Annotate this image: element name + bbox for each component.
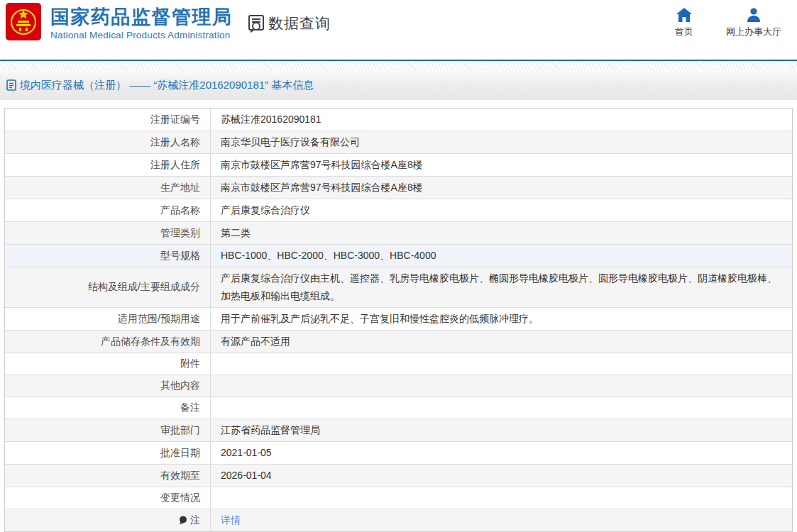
nav-service-hall-label: 网上办事大厅 <box>726 26 781 38</box>
table-row-note: 注 详情 <box>5 509 792 531</box>
row-label: 注 <box>5 509 210 531</box>
table-row: 产品名称 产后康复综合治疗仪 <box>5 199 792 222</box>
row-value: 南京市鼓楼区芦席营97号科技园综合楼A座8楼 <box>210 154 792 176</box>
row-value: 产后康复综合治疗仪由主机、遥控器、乳房导电橡胶电极片、椭圆形导电橡胶电极片、圆形… <box>210 267 792 307</box>
row-value: 用于产前催乳及产后泌乳不足、子宫复旧和慢性盆腔炎的低频脉冲理疗。 <box>210 308 792 330</box>
row-value: HBC-1000、HBC-2000、HBC-3000、HBC-4000 <box>210 245 792 267</box>
row-label: 型号规格 <box>5 245 210 267</box>
table-row: 注册人名称 南京华贝电子医疗设备有限公司 <box>5 131 792 154</box>
table-row: 有效期至 2026-01-04 <box>5 465 792 487</box>
breadcrumb-bar: 境内医疗器械（注册） —— “苏械注准20162090181” 基本信息 <box>0 70 797 100</box>
data-query-link[interactable]: 数据查询 <box>246 13 331 33</box>
breadcrumb-text: 境内医疗器械（注册） —— “苏械注准20162090181” 基本信息 <box>20 79 314 92</box>
nav-home[interactable]: 首页 <box>675 8 693 38</box>
row-value <box>210 353 792 375</box>
page-header: 国家药品监督管理局 National Medical Products Admi… <box>0 0 797 60</box>
home-icon <box>676 8 692 22</box>
table-row: 批准日期 2021-01-05 <box>5 442 792 465</box>
row-value: 南京华贝电子医疗设备有限公司 <box>210 131 792 153</box>
row-label: 适用范围/预期用途 <box>5 308 210 330</box>
row-label: 其他内容 <box>5 375 210 397</box>
nmpa-logo[interactable]: 国家药品监督管理局 National Medical Products Admi… <box>6 3 233 40</box>
row-value: 苏械注准20162090181 <box>210 109 792 131</box>
table-row: 审批部门 江苏省药品监督管理局 <box>5 419 792 442</box>
table-row: 附件 <box>5 353 792 375</box>
row-value: 南京市鼓楼区芦席营97号科技园综合楼A座8楼 <box>210 177 792 199</box>
row-label: 审批部门 <box>5 419 210 441</box>
row-label: 备注 <box>5 397 210 419</box>
table-row: 产品储存条件及有效期 有源产品不适用 <box>5 331 792 353</box>
org-name-cn: 国家药品监督管理局 <box>50 6 233 28</box>
row-value: 第二类 <box>210 222 792 244</box>
table-row: 管理类别 第二类 <box>5 222 792 245</box>
user-icon <box>746 8 762 22</box>
nav-home-label: 首页 <box>675 26 693 38</box>
row-value: 2021-01-05 <box>210 442 792 464</box>
row-value: 有源产品不适用 <box>210 331 792 353</box>
row-label: 注册证编号 <box>5 109 210 131</box>
table-row: 其他内容 <box>5 375 792 397</box>
note-label: 注 <box>190 514 200 527</box>
row-label: 附件 <box>5 353 210 375</box>
row-label: 变更情况 <box>5 487 210 509</box>
hatched-band <box>0 61 797 70</box>
data-query-label: 数据查询 <box>268 13 331 33</box>
nav-service-hall[interactable]: 网上办事大厅 <box>726 8 781 38</box>
row-value <box>210 375 792 397</box>
data-query-icon <box>246 13 266 33</box>
table-row: 注册证编号 苏械注准20162090181 <box>5 109 792 131</box>
row-label: 注册人名称 <box>5 131 210 153</box>
comment-balloon-icon <box>179 516 187 525</box>
table-row-hovered: 型号规格 HBC-1000、HBC-2000、HBC-3000、HBC-4000 <box>5 245 792 267</box>
table-row: 结构及组成/主要组成成分 产后康复综合治疗仪由主机、遥控器、乳房导电橡胶电极片、… <box>5 267 792 308</box>
row-label: 结构及组成/主要组成成分 <box>5 267 210 307</box>
document-icon <box>6 79 16 91</box>
national-emblem-icon <box>6 3 41 40</box>
table-row: 生产地址 南京市鼓楼区芦席营97号科技园综合楼A座8楼 <box>5 177 792 199</box>
table-row: 备注 <box>5 397 792 419</box>
row-label: 有效期至 <box>5 465 210 487</box>
details-link[interactable]: 详情 <box>221 511 241 529</box>
registration-info-table: 注册证编号 苏械注准20162090181 注册人名称 南京华贝电子医疗设备有限… <box>4 108 793 532</box>
row-value: 江苏省药品监督管理局 <box>210 419 792 441</box>
row-label: 产品储存条件及有效期 <box>5 331 210 353</box>
row-value <box>210 487 792 509</box>
org-name-en: National Medical Products Administration <box>50 30 233 40</box>
row-value <box>210 397 792 419</box>
row-label: 注册人住所 <box>5 154 210 176</box>
header-nav: 首页 网上办事大厅 <box>675 8 781 38</box>
table-row: 适用范围/预期用途 用于产前催乳及产后泌乳不足、子宫复旧和慢性盆腔炎的低频脉冲理… <box>5 308 792 331</box>
row-label: 管理类别 <box>5 222 210 244</box>
row-value: 2026-01-04 <box>210 465 792 487</box>
row-value: 产后康复综合治疗仪 <box>210 199 792 221</box>
row-label: 批准日期 <box>5 442 210 464</box>
row-label: 产品名称 <box>5 199 210 221</box>
breadcrumb: 境内医疗器械（注册） —— “苏械注准20162090181” 基本信息 <box>6 79 314 92</box>
table-row: 变更情况 <box>5 487 792 509</box>
row-value: 详情 <box>210 509 792 531</box>
row-label: 生产地址 <box>5 177 210 199</box>
org-names: 国家药品监督管理局 National Medical Products Admi… <box>50 3 233 40</box>
table-row: 注册人住所 南京市鼓楼区芦席营97号科技园综合楼A座8楼 <box>5 154 792 177</box>
